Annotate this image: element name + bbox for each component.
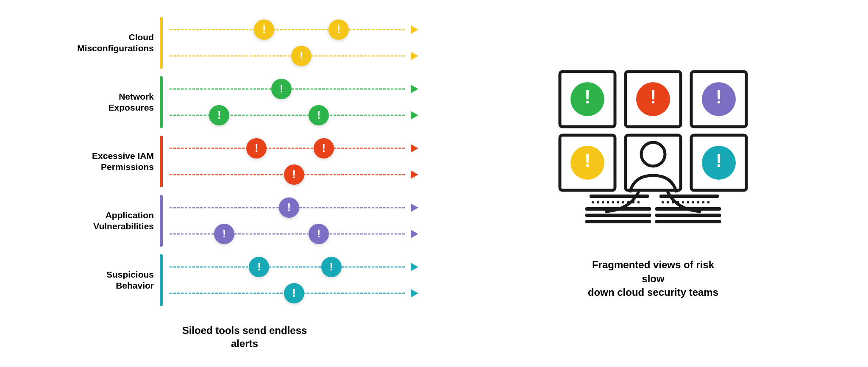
alert-circle-excessive-iam-0-1: !	[314, 138, 334, 158]
svg-rect-35	[692, 201, 694, 203]
svg-rect-43	[655, 214, 721, 217]
alert-row-suspicious-behavior: Suspicious Behavior!!!	[71, 254, 418, 306]
bar-line-network-exposures-0: !	[170, 78, 418, 100]
alert-circle-suspicious-behavior-0-1: !	[321, 257, 342, 277]
row-label-excessive-iam: Excessive IAM Permissions	[71, 136, 160, 187]
rows-container: Cloud Misconfigurations!!!Network Exposu…	[71, 17, 418, 306]
svg-rect-36	[697, 201, 699, 203]
bar-line-network-exposures-1: !!	[170, 104, 418, 126]
bar-line-cloud-misconfigurations-1: !	[170, 45, 418, 67]
alert-circle-excessive-iam-0-0: !	[246, 138, 267, 158]
svg-rect-24	[617, 201, 619, 203]
bar-line-application-vuln-0: !	[170, 197, 418, 219]
main-container: Cloud Misconfigurations!!!Network Exposu…	[0, 0, 868, 367]
bar-line-excessive-iam-1: !	[170, 164, 418, 186]
svg-rect-22	[607, 201, 609, 203]
svg-rect-33	[682, 201, 684, 203]
svg-rect-21	[602, 201, 604, 203]
alert-circle-suspicious-behavior-1-0: !	[284, 283, 304, 303]
alert-row-application-vuln: Application Vulnerabilities!!!	[71, 195, 418, 247]
alert-row-cloud-misconfigurations: Cloud Misconfigurations!!!	[71, 17, 418, 69]
svg-text:!: !	[716, 86, 722, 107]
svg-rect-40	[585, 214, 651, 217]
svg-rect-20	[597, 201, 599, 203]
bar-line-cloud-misconfigurations-0: !!	[170, 19, 418, 41]
svg-rect-19	[592, 201, 594, 203]
alert-circle-excessive-iam-1-0: !	[284, 164, 304, 185]
alert-circle-application-vuln-1-1: !	[309, 224, 329, 244]
svg-text:!: !	[650, 86, 657, 107]
svg-rect-38	[707, 201, 709, 203]
bar-line-suspicious-behavior-0: !!	[170, 256, 418, 278]
alert-circle-network-exposures-1-0: !	[209, 105, 229, 125]
right-caption: Fragmented views of risk slowdown cloud …	[581, 258, 725, 299]
alert-row-excessive-iam: Excessive IAM Permissions!!!	[71, 136, 418, 187]
left-panel: Cloud Misconfigurations!!!Network Exposu…	[71, 17, 418, 350]
row-label-application-vuln: Application Vulnerabilities	[71, 195, 160, 247]
svg-rect-28	[637, 201, 640, 203]
alert-circle-network-exposures-1-1: !	[309, 105, 329, 125]
svg-rect-44	[655, 220, 721, 223]
svg-rect-23	[612, 201, 614, 203]
row-label-cloud-misconfigurations: Cloud Misconfigurations	[71, 17, 160, 69]
left-caption: Siloed tools send endless alerts	[172, 324, 317, 350]
alert-circle-cloud-misconfigurations-0-1: !	[328, 19, 349, 40]
svg-text:!: !	[716, 150, 722, 171]
row-label-network-exposures: Network Exposures	[71, 76, 160, 128]
bar-line-suspicious-behavior-1: !	[170, 282, 418, 304]
svg-rect-30	[667, 201, 669, 203]
svg-rect-34	[687, 201, 689, 203]
alert-circle-cloud-misconfigurations-0-0: !	[254, 19, 274, 40]
bar-line-excessive-iam-0: !!	[170, 137, 418, 159]
alert-circle-suspicious-behavior-0-0: !	[249, 257, 269, 277]
alert-row-network-exposures: Network Exposures!!!	[71, 76, 418, 128]
svg-rect-37	[702, 201, 704, 203]
svg-rect-29	[662, 201, 664, 203]
bar-line-application-vuln-1: !!	[170, 223, 418, 245]
svg-text:!: !	[584, 150, 591, 171]
alert-circle-application-vuln-1-0: !	[214, 224, 234, 244]
alert-circle-network-exposures-0-0: !	[271, 79, 292, 99]
right-panel: ! ! ! ! !	[509, 67, 797, 299]
alert-circle-application-vuln-0-0: !	[279, 197, 299, 218]
svg-text:!: !	[584, 86, 591, 107]
monitor-svg: ! ! ! ! !	[556, 67, 751, 245]
svg-rect-17	[590, 195, 649, 198]
svg-rect-41	[585, 220, 651, 223]
row-label-suspicious-behavior: Suspicious Behavior	[71, 254, 160, 306]
alert-circle-cloud-misconfigurations-1-0: !	[291, 46, 312, 66]
svg-rect-25	[622, 201, 624, 203]
